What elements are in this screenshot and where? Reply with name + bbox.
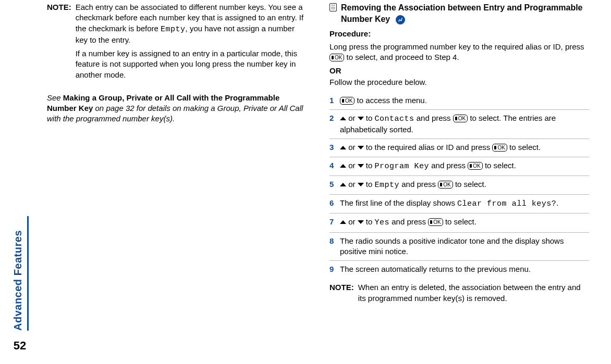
steps-list: 1 OK to access the menu. 2 or to Contact… [329, 92, 589, 279]
step-text: to [364, 161, 375, 170]
step-body: The first line of the display shows Clea… [340, 198, 589, 209]
step-text: to select. [507, 143, 541, 152]
step-number: 5 [329, 179, 340, 191]
step-7: 7 or to Yes and press OK to select. [329, 214, 589, 232]
section-heading: Removing the Association between Entry a… [329, 2, 589, 24]
ok-key-icon: OK [468, 162, 482, 170]
note-paragraph-2: If a number key is assigned to an entry … [76, 48, 307, 80]
follow-text: Follow the procedure below. [329, 77, 589, 87]
step-text: and press [414, 114, 453, 122]
up-arrow-icon [340, 183, 346, 186]
step-body: or to Contacts and press OK to select. T… [340, 113, 589, 135]
page-root: Advanced Features 52 NOTE: Each entry ca… [0, 0, 611, 364]
step-6: 6 The first line of the display shows Cl… [329, 195, 589, 214]
down-arrow-icon [358, 117, 364, 120]
step-text: to [364, 180, 375, 189]
ok-key-icon: OK [438, 181, 453, 189]
heading-text: Removing the Association between Entry a… [341, 2, 589, 24]
note-block: NOTE: Each entry can be associated to di… [47, 2, 307, 83]
step-number: 7 [329, 217, 340, 228]
step-text: or [346, 180, 358, 189]
step-1: 1 OK to access the menu. [329, 92, 589, 110]
step-text: and press [399, 180, 438, 189]
ok-key-icon: OK [453, 115, 468, 122]
note-paragraph-1: Each entry can be associated to differen… [76, 2, 307, 45]
step-number: 9 [329, 264, 340, 274]
left-column: NOTE: Each entry can be associated to di… [35, 2, 318, 359]
step-number: 6 [329, 198, 340, 209]
step-text: or [346, 143, 358, 152]
intro-text: Long press the programmed number key to … [329, 42, 584, 51]
step-number: 1 [329, 95, 340, 106]
step-text: The first line of the display shows [340, 198, 457, 207]
or-label: OR [329, 66, 589, 76]
note-label: NOTE: [47, 2, 71, 83]
step-number: 2 [329, 113, 340, 135]
step-text: or [346, 114, 358, 122]
program-key-literal: Program Key [375, 162, 430, 171]
step-text: to select. [443, 217, 476, 226]
step-body: OK to access the menu. [340, 95, 589, 106]
section-label: Advanced Features [11, 216, 29, 331]
step-text: or [346, 161, 358, 170]
up-arrow-icon [340, 164, 346, 168]
step-3: 3 or to the required alias or ID and pre… [329, 139, 589, 157]
down-arrow-icon [358, 146, 364, 149]
step-text: to select. [483, 161, 516, 170]
ok-key-icon: OK [428, 218, 443, 226]
right-column: Removing the Association between Entry a… [318, 2, 601, 359]
step-text: to select. [453, 180, 486, 189]
note-body: Each entry can be associated to differen… [76, 2, 307, 83]
step-number: 4 [329, 160, 340, 172]
up-arrow-icon [340, 146, 346, 149]
up-arrow-icon [340, 117, 346, 120]
intro-text: to select, and proceed to Step 4. [344, 53, 459, 61]
heading-title: Removing the Association between Entry a… [341, 3, 583, 23]
step-body: The radio sounds a positive indicator to… [340, 236, 589, 257]
down-arrow-icon [358, 183, 364, 186]
ok-key-icon: OK [492, 144, 507, 152]
step-text: to [364, 114, 375, 122]
step-2: 2 or to Contacts and press OK to select.… [329, 110, 589, 140]
page-number: 52 [14, 338, 26, 354]
note-text: When an entry is deleted, the associatio… [358, 283, 581, 302]
ok-key-icon: OK [340, 97, 355, 105]
note-block-bottom: NOTE: When an entry is deleted, the asso… [329, 282, 589, 304]
step-8: 8 The radio sounds a positive indicator … [329, 233, 589, 261]
feature-badge-icon [396, 15, 405, 24]
note-label: NOTE: [329, 282, 354, 304]
intro-paragraph: Long press the programmed number key to … [329, 42, 589, 63]
step-text: and press [389, 217, 428, 226]
contacts-literal: Contacts [375, 115, 414, 123]
down-arrow-icon [358, 220, 364, 224]
step-body: The screen automatically returns to the … [340, 264, 589, 274]
ok-key-icon: OK [329, 54, 344, 61]
see-reference: See Making a Group, Private or All Call … [47, 93, 307, 124]
columns: NOTE: Each entry can be associated to di… [35, 0, 601, 359]
step-5: 5 or to Empty and press OK to select. [329, 176, 589, 195]
step-number: 8 [329, 236, 340, 257]
step-4: 4 or to Program Key and press OK to sele… [329, 157, 589, 176]
step-text: to access the menu. [355, 96, 426, 105]
step-body: or to Program Key and press OK to select… [340, 160, 589, 172]
document-icon [329, 3, 337, 11]
step-text: and press [429, 161, 468, 170]
clear-literal: Clear from all keys? [457, 199, 556, 208]
step-body: or to Yes and press OK to select. [340, 217, 589, 228]
step-text: . [556, 198, 558, 207]
step-number: 3 [329, 142, 340, 153]
empty-literal: Empty [161, 25, 186, 34]
left-rail: Advanced Features 52 [4, 0, 35, 359]
step-9: 9 The screen automatically returns to th… [329, 261, 589, 278]
step-text: to [364, 217, 375, 226]
yes-literal: Yes [375, 218, 390, 227]
step-text: to the required alias or ID and press [364, 143, 493, 152]
step-body: or to the required alias or ID and press… [340, 142, 589, 153]
step-text: or [346, 217, 358, 226]
up-arrow-icon [340, 220, 346, 224]
procedure-label: Procedure: [329, 29, 589, 39]
down-arrow-icon [358, 164, 364, 168]
note-body: When an entry is deleted, the associatio… [358, 282, 589, 304]
see-text: See [47, 93, 63, 102]
step-body: or to Empty and press OK to select. [340, 179, 589, 191]
